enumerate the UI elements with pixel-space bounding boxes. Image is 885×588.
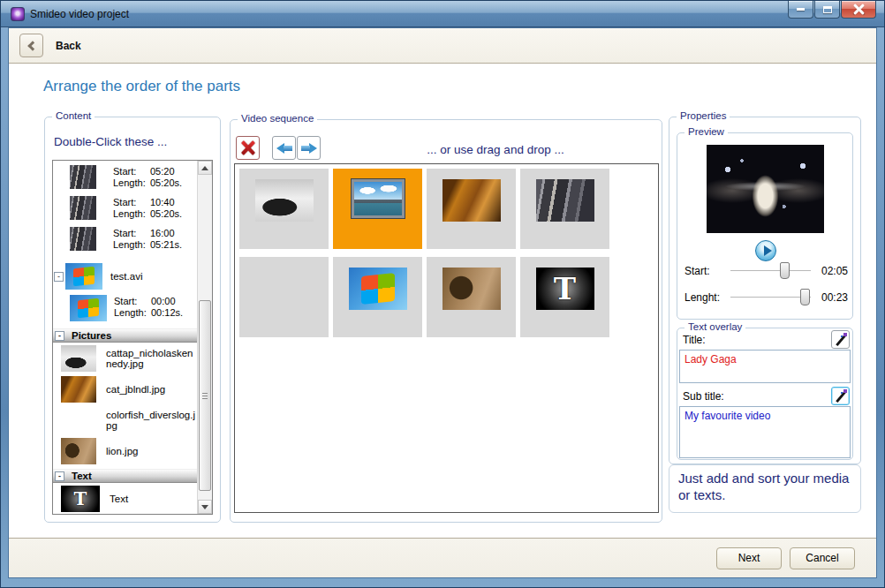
picture-name: cat_jblndl.jpg [106,384,197,395]
list-item-file[interactable]: - test.avi [53,258,197,295]
client-area: Back Arrange the order of the parts Cont… [8,27,877,578]
sequence-tile-selected[interactable] [333,169,422,249]
list-item-picture[interactable]: colorfish_diverslog.jpg [53,404,197,435]
length-label: Length: [113,177,150,189]
sequence-tile[interactable] [427,257,516,337]
picture-name: cattap_nicholaskennedy.jpg [106,348,197,369]
tile-thumbnail [352,179,405,218]
scroll-up-button[interactable] [198,161,212,175]
length-value: 05:20s. [150,177,182,188]
app-window: Smideo video project Back Arrange the or… [0,0,885,588]
list-group-text[interactable]: - Text [53,469,197,483]
text-thumbnail: T [61,486,100,512]
length-label: Length: [114,307,151,319]
close-icon [853,4,865,15]
sequence-tile[interactable] [427,169,516,249]
collapse-icon[interactable]: - [55,331,64,341]
tile-thumbnail [442,179,501,222]
group-name: Text [72,471,92,481]
video-sequence-panel: Video sequence ... or use drag and drop … [230,119,662,523]
arrow-left-icon [276,143,292,154]
start-label: Start: [113,228,150,239]
back-button[interactable] [19,34,43,57]
preview-image [707,145,824,233]
length-label: Length: [113,239,150,251]
sequence-tile[interactable] [520,169,609,249]
length-slider-row: Lenght: 00:23 [685,289,848,306]
title-field[interactable]: Lady Gaga [679,350,851,383]
list-item-text[interactable]: T Text [53,483,197,514]
edit-title-button[interactable] [831,330,850,349]
length-slider[interactable] [730,297,811,298]
length-value: 05:20s. [150,208,182,219]
close-button[interactable] [841,1,876,19]
app-icon [11,7,25,21]
play-button[interactable] [755,240,776,261]
move-left-button[interactable] [272,136,296,160]
start-value: 00:00 [151,296,176,306]
scrollbar-thumb[interactable] [199,300,211,491]
titlebar[interactable]: Smideo video project [1,1,884,27]
content-scrollbar[interactable] [197,161,212,514]
back-arrow-icon [27,41,37,50]
start-slider-thumb[interactable] [780,262,790,279]
scroll-down-button[interactable] [198,500,212,514]
content-panel: Content Double-Click these ... Start:05:… [44,117,221,523]
sequence-tile[interactable] [333,257,422,337]
properties-panel: Properties Preview Start: 02:05 Lenght: … [669,117,861,464]
sequence-tile[interactable] [239,257,329,337]
properties-title: Properties [677,110,730,121]
length-label: Length: [113,208,150,220]
window-title: Smideo video project [30,8,129,20]
list-item-picture[interactable]: cat_jblndl.jpg [53,373,197,404]
maximize-icon [823,6,832,13]
collapse-icon[interactable]: - [55,471,64,481]
delete-icon [240,140,255,155]
help-note: Just add and sort your media or texts. [669,464,861,513]
text-overlay-group: Text overlay Title: Lady Gaga Sub title:… [677,328,853,460]
delete-part-button[interactable] [236,136,260,160]
sequence-tile[interactable] [239,169,329,249]
preview-title: Preview [685,126,728,137]
cancel-button[interactable]: Cancel [790,547,855,569]
text-item-name: Text [110,494,197,504]
tile-thumbnail: T [536,268,594,310]
content-list[interactable]: Start:05:20 Length:05:20s. Start:10:40 L… [52,160,213,515]
start-value: 05:20 [150,166,175,177]
length-slider-thumb[interactable] [800,289,810,305]
picture-thumbnail [61,438,96,464]
pen-icon [835,390,846,402]
length-value: 00:12s. [151,307,183,318]
list-item-clip[interactable]: Start:05:20 Length:05:20s. [53,165,197,196]
edit-subtitle-button[interactable] [831,387,850,405]
length-slider-value: 00:23 [818,291,848,304]
list-item-clip[interactable]: Start:10:40 Length:05:20s. [53,196,197,227]
tile-thumbnail [349,268,407,310]
drag-drop-hint: ... or use drag and drop ... [398,143,593,156]
subtitle-field-label: Sub title: [683,390,724,403]
start-slider[interactable] [730,270,811,272]
pen-icon [835,334,846,345]
list-item-picture[interactable]: cattap_nicholaskennedy.jpg [53,343,197,373]
picture-name: colorfish_diverslog.jpg [106,410,197,431]
content-hint: Double-Click these ... [54,135,167,148]
minimize-button[interactable] [788,1,813,19]
maximize-button[interactable] [814,1,840,19]
next-button[interactable]: Next [716,547,782,569]
picture-thumbnail [61,376,96,403]
list-item-picture[interactable]: lion.jpg [53,435,197,466]
content-panel-title: Content [52,110,95,121]
sequence-area[interactable]: T [234,163,659,513]
sequence-tile[interactable]: T [520,257,609,337]
clip-thumbnail [70,295,107,321]
list-item-clip[interactable]: Start:16:00 Length:05:21s. [53,227,197,258]
move-right-button[interactable] [297,136,321,160]
subtitle-field[interactable]: My favourite video [679,406,851,458]
start-label: Start: [113,166,150,177]
start-value: 10:40 [150,197,175,207]
video-sequence-title: Video sequence [238,113,317,124]
list-group-pictures[interactable]: - Pictures [53,328,197,343]
collapse-icon[interactable]: - [54,272,64,282]
clip-thumbnail [70,165,96,189]
list-item-clip[interactable]: Start:00:00 Length:00:12s. [53,295,197,326]
